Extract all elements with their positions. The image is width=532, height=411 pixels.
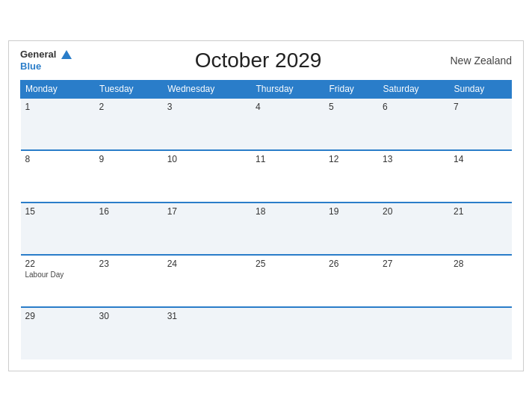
calendar-cell: 21 (449, 203, 512, 255)
calendar-thead: MondayTuesdayWednesdayThursdayFridaySatu… (21, 80, 512, 98)
calendar-cell: 26 (324, 255, 378, 307)
weekday-header-thursday: Thursday (251, 80, 324, 98)
calendar-cell: 25 (251, 255, 324, 307)
day-number: 14 (454, 154, 507, 164)
day-number: 5 (329, 102, 374, 112)
calendar-cell: 14 (449, 150, 512, 203)
calendar-cell: 12 (324, 150, 378, 203)
day-number: 3 (167, 102, 247, 112)
calendar-cell: 7 (449, 98, 512, 150)
calendar-cell: 24 (163, 255, 251, 307)
calendar-cell: 22Labour Day (21, 255, 95, 307)
day-number: 26 (329, 259, 374, 269)
calendar-cell: 2 (95, 98, 163, 150)
calendar-cell (449, 307, 512, 359)
weekday-header-wednesday: Wednesday (163, 80, 251, 98)
week-row-1: 1234567 (21, 98, 512, 150)
day-number: 15 (25, 206, 90, 217)
calendar-cell: 10 (163, 150, 251, 203)
calendar-cell: 4 (251, 98, 324, 150)
calendar-cell: 20 (378, 203, 449, 255)
weekday-header-tuesday: Tuesday (95, 80, 163, 98)
calendar-cell: 18 (251, 203, 324, 255)
weekday-header-friday: Friday (324, 80, 378, 98)
holiday-label: Labour Day (25, 271, 90, 279)
day-number: 19 (329, 206, 374, 217)
calendar-cell: 17 (163, 203, 251, 255)
calendar-cell: 9 (95, 150, 163, 203)
calendar-tbody: 12345678910111213141516171819202122Labou… (21, 98, 512, 359)
day-number: 16 (99, 206, 158, 217)
day-number: 23 (99, 259, 158, 269)
calendar-cell: 31 (163, 307, 251, 359)
day-number: 21 (454, 206, 507, 217)
calendar-title: October 2029 (72, 49, 445, 72)
calendar-cell: 27 (378, 255, 449, 307)
calendar-cell (324, 307, 378, 359)
logo-triangle-icon (61, 50, 72, 59)
day-number: 28 (454, 259, 507, 269)
logo-general-text: General (20, 49, 56, 60)
day-number: 25 (256, 259, 320, 269)
calendar-cell: 16 (95, 203, 163, 255)
calendar-cell: 19 (324, 203, 378, 255)
day-number: 9 (99, 154, 158, 164)
day-number: 8 (25, 154, 90, 164)
calendar-cell: 23 (95, 255, 163, 307)
logo-blue-text: Blue (20, 61, 41, 72)
week-row-5: 293031 (21, 307, 512, 359)
day-number: 24 (167, 259, 247, 269)
calendar-cell (251, 307, 324, 359)
day-number: 27 (383, 259, 445, 269)
day-number: 11 (256, 154, 320, 164)
calendar-cell: 30 (95, 307, 163, 359)
day-number: 13 (383, 154, 445, 164)
day-number: 7 (454, 102, 507, 112)
weekday-header-row: MondayTuesdayWednesdayThursdayFridaySatu… (21, 80, 512, 98)
calendar-cell: 8 (21, 150, 95, 203)
day-number: 2 (99, 102, 158, 112)
day-number: 20 (383, 206, 445, 217)
calendar-container: General Blue October 2029 New Zealand Mo… (8, 40, 524, 371)
calendar-cell (378, 307, 449, 359)
day-number: 1 (25, 102, 90, 112)
day-number: 17 (167, 206, 247, 217)
logo: General Blue (20, 49, 72, 72)
calendar-cell: 13 (378, 150, 449, 203)
day-number: 30 (99, 311, 158, 321)
day-number: 6 (383, 102, 445, 112)
calendar-cell: 28 (449, 255, 512, 307)
day-number: 22 (25, 259, 90, 269)
calendar-cell: 6 (378, 98, 449, 150)
calendar-cell: 3 (163, 98, 251, 150)
day-number: 4 (256, 102, 320, 112)
day-number: 29 (25, 311, 90, 321)
calendar-country: New Zealand (445, 55, 512, 67)
weekday-header-saturday: Saturday (378, 80, 449, 98)
weekday-header-monday: Monday (21, 80, 95, 98)
day-number: 31 (167, 311, 247, 321)
day-number: 18 (256, 206, 320, 217)
week-row-4: 22Labour Day232425262728 (21, 255, 512, 307)
calendar-cell: 15 (21, 203, 95, 255)
calendar-cell: 1 (21, 98, 95, 150)
week-row-3: 15161718192021 (21, 203, 512, 255)
calendar-cell: 11 (251, 150, 324, 203)
week-row-2: 891011121314 (21, 150, 512, 203)
weekday-header-sunday: Sunday (449, 80, 512, 98)
calendar-grid: MondayTuesdayWednesdayThursdayFridaySatu… (20, 80, 512, 359)
day-number: 12 (329, 154, 374, 164)
calendar-header: General Blue October 2029 New Zealand (20, 49, 512, 72)
day-number: 10 (167, 154, 247, 164)
calendar-cell: 29 (21, 307, 95, 359)
calendar-cell: 5 (324, 98, 378, 150)
